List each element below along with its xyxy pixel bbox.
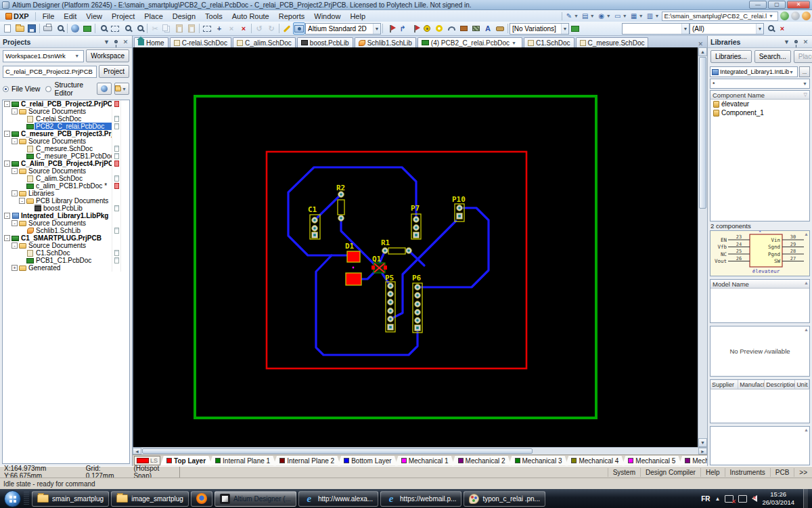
place-button[interactable]: Place <box>794 50 812 63</box>
taskbar-item-image-smartplug[interactable]: image_smartplug <box>111 491 189 507</box>
tree-item-pcb1-c1-pcbdoc[interactable]: PCB1_C1.PcbDoc <box>3 257 129 264</box>
column-header-supplier[interactable]: Supplier <box>710 380 738 389</box>
place-via-button[interactable] <box>433 22 445 35</box>
menu-help[interactable]: Help <box>345 12 370 21</box>
collapse-icon[interactable]: - <box>12 190 18 196</box>
model-list-header[interactable]: Model Name <box>710 280 809 289</box>
tree-item-source-documents[interactable]: -Source Documents <box>3 242 129 249</box>
search-button[interactable]: Search... <box>754 50 791 63</box>
libraries-button[interactable]: Libraries... <box>710 50 752 63</box>
zoom-filtered-button[interactable] <box>133 22 145 35</box>
menu-auto-route[interactable]: Auto Route <box>227 12 274 21</box>
tree-item-c1-schdoc[interactable]: C1.SchDoc <box>3 249 129 257</box>
horizontal-scroll-thumb[interactable] <box>142 448 533 454</box>
menu-place[interactable]: Place <box>139 12 168 21</box>
vertical-scrollbar[interactable]: ▲ ▼ <box>698 47 707 447</box>
zoom-area-button[interactable] <box>109 22 121 35</box>
view-mode-dropdown[interactable]: Altium Standard 2D▼ <box>305 23 381 35</box>
frame-icon[interactable]: ▭ <box>613 12 623 20</box>
scroll-hint-icon[interactable]: ▲ <box>804 232 809 236</box>
place-pad-button[interactable] <box>421 22 433 35</box>
layers-icon[interactable]: ▤ <box>581 12 590 20</box>
layer-set-selector[interactable]: LS <box>134 456 160 465</box>
taskbar-item-https-webmail-p[interactable]: ehttps://webmail.p... <box>380 491 461 507</box>
redo-button[interactable]: ↻ <box>265 22 277 35</box>
show-desktop-button[interactable] <box>803 489 808 508</box>
select-area-button[interactable] <box>201 22 213 35</box>
collapse-icon[interactable]: - <box>12 108 18 114</box>
layer-tab-mechanical-2[interactable]: Mechanical 2 <box>452 456 512 466</box>
collapse-icon[interactable]: - <box>4 213 10 219</box>
panel-button-pcb[interactable]: PCB <box>770 468 794 477</box>
print-preview-button[interactable] <box>53 22 66 35</box>
collapse-icon[interactable]: - <box>19 198 25 204</box>
library-more-button[interactable]: ... <box>799 66 810 77</box>
doc-tab-boost-pcblib[interactable]: boost.PcbLib <box>297 37 353 47</box>
menu-view[interactable]: View <box>81 12 107 21</box>
panel-button-help[interactable]: Help <box>700 468 725 477</box>
dxp-menu[interactable]: DXP <box>1 11 33 21</box>
tree-item-c-relai-pcb-project2-prjpcb[interactable]: -C_relai_PCB_Project2.PrjPCB <box>3 100 129 108</box>
panel-button-design-compiler[interactable]: Design Compiler <box>640 468 700 477</box>
taskbar-item-typon-c-relai-pn[interactable]: typon_c_relai .pn... <box>464 491 545 507</box>
workspace-dropdown[interactable]: Workspace1.DsnWrk▼ <box>3 50 84 62</box>
structure-editor-radio[interactable] <box>45 86 51 92</box>
tree-item-boost-pcblib[interactable]: boost.PcbLib <box>3 205 129 212</box>
menu-file[interactable]: File <box>38 12 60 21</box>
panel-button-instruments[interactable]: Instruments <box>725 468 770 477</box>
collapse-icon[interactable]: - <box>12 242 18 249</box>
library-component--levateur[interactable]: élevateur <box>710 100 809 108</box>
variations-dropdown[interactable]: [No Variations]▼ <box>510 23 569 35</box>
layer-tab-mechanical-5[interactable]: Mechanical 5 <box>622 456 681 466</box>
open-3d-view-button[interactable] <box>69 22 81 35</box>
taskbar-item-firefox[interactable] <box>191 491 212 507</box>
start-button[interactable] <box>4 490 21 507</box>
project-name-field[interactable]: C_relai_PCB_Project2.PrjPCB <box>3 66 97 78</box>
route-multiple-button[interactable] <box>409 22 421 35</box>
minimize-button[interactable]: — <box>749 1 767 9</box>
doc-tab-4-pcb2-c-relai-pcbdoc[interactable]: (4) PCB2_C_relai.PcbDoc▼ <box>418 37 522 47</box>
filter-clear-button[interactable]: × <box>776 22 788 35</box>
workspace-button[interactable]: Workspace <box>86 49 129 62</box>
library-component-component-1[interactable]: Component_1 <box>710 108 809 117</box>
tree-item-c-mesure-pcb1-pcbdoc[interactable]: C_mesure_PCB1.PcbDoc <box>3 152 129 160</box>
tree-item-generated[interactable]: +Generated <box>3 264 129 272</box>
panel-button--[interactable]: >> <box>794 468 812 477</box>
apply-filter-button[interactable]: × <box>225 22 238 35</box>
layer-tab-mechanical-1[interactable]: Mechanical 1 <box>395 456 455 466</box>
route-differential-pair-button[interactable] <box>384 22 397 35</box>
interactive-route-net-button[interactable]: ↱ <box>397 22 409 35</box>
open-folder-button[interactable]: ▼ <box>114 83 129 95</box>
doc-tab-c-relai-schdoc[interactable]: C-relai.SchDoc <box>170 37 231 47</box>
column-header-unit[interactable]: Unit <box>795 380 809 389</box>
place-polygon-button[interactable] <box>470 22 482 35</box>
tree-item-schlib1-schlib[interactable]: Schlib1.SchLib <box>3 227 129 234</box>
forward-icon[interactable] <box>791 12 800 20</box>
browse-components-button[interactable] <box>81 22 93 35</box>
tree-item-c-alim-pcb1-pcbdoc[interactable]: c_alim_PCB1.PcbDoc * <box>3 182 129 190</box>
panel-menu-icon[interactable]: ▼ <box>103 38 110 45</box>
undo-button[interactable]: ↺ <box>253 22 265 35</box>
table-icon[interactable]: ▥ <box>646 12 655 20</box>
zoom-selected-button[interactable] <box>121 22 133 35</box>
open-document-button[interactable] <box>14 22 26 35</box>
doc-tab-schlib1-schlib[interactable]: Schlib1.SchLib <box>355 37 416 47</box>
sort-button[interactable] <box>97 83 112 95</box>
tree-item-source-documents[interactable]: -Source Documents <box>3 219 129 227</box>
panel-close-icon[interactable]: ✕ <box>122 38 129 45</box>
camera-view-button[interactable] <box>293 22 305 35</box>
annotate-icon[interactable]: ✎ <box>564 12 574 20</box>
filter-select-button[interactable] <box>764 22 776 35</box>
scroll-left-icon[interactable]: ◄ <box>133 448 141 454</box>
scroll-hint-icon[interactable]: ▲ <box>804 427 809 432</box>
horizontal-scrollbar[interactable]: ◄ ► <box>133 447 707 454</box>
scroll-right-icon[interactable]: ► <box>698 448 707 454</box>
scroll-hint-icon[interactable]: ▲ <box>804 327 809 332</box>
expand-icon[interactable]: + <box>12 265 18 271</box>
network-icon[interactable] <box>725 495 734 503</box>
pcb-canvas[interactable]: C1R2P7P10R1P5P6D1Q1 <box>133 47 698 447</box>
doc-tab-c1-schdoc[interactable]: C1.SchDoc <box>524 37 574 47</box>
mask-scope-dropdown[interactable]: ▼ <box>622 23 690 35</box>
component-filter-dropdown[interactable]: *▼ <box>710 79 810 89</box>
menu-project[interactable]: Project <box>107 12 139 21</box>
